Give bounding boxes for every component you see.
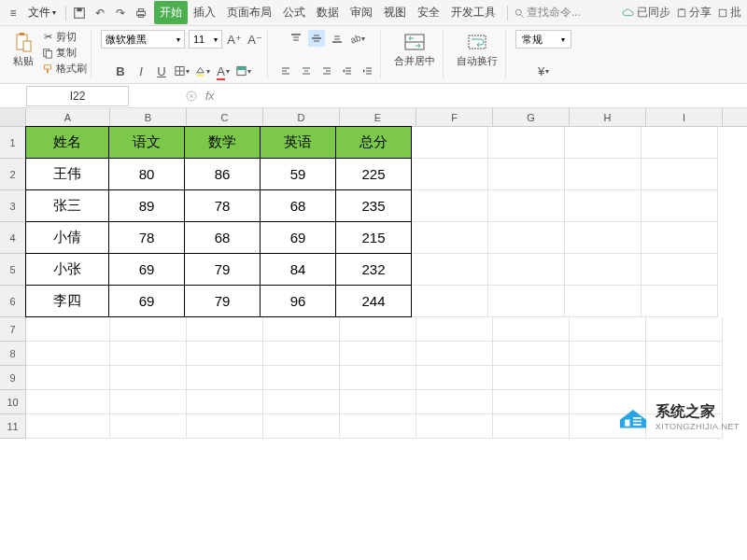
bold-button[interactable]: B bbox=[112, 63, 129, 79]
cell[interactable] bbox=[641, 254, 718, 286]
tab-review[interactable]: 审阅 bbox=[345, 1, 378, 24]
cell[interactable]: 89 bbox=[108, 189, 185, 222]
cell[interactable]: 86 bbox=[184, 158, 261, 190]
font-name-select[interactable]: 微软雅黑▾ bbox=[101, 30, 185, 49]
cell[interactable] bbox=[646, 342, 723, 366]
cell[interactable]: 王伟 bbox=[25, 158, 109, 190]
cell[interactable]: 69 bbox=[108, 253, 185, 286]
cell[interactable] bbox=[493, 317, 570, 342]
cell[interactable] bbox=[416, 317, 493, 342]
tab-home[interactable]: 开始 bbox=[154, 1, 188, 24]
cell[interactable] bbox=[641, 159, 718, 190]
align-right-button[interactable] bbox=[318, 63, 335, 79]
cell[interactable] bbox=[412, 127, 488, 159]
cell[interactable] bbox=[110, 390, 187, 414]
cell[interactable] bbox=[263, 342, 340, 366]
cell[interactable] bbox=[570, 366, 646, 390]
align-top-button[interactable] bbox=[288, 30, 304, 47]
wrap-text-button[interactable]: 自动换行 bbox=[453, 30, 501, 70]
row-header[interactable]: 8 bbox=[0, 342, 26, 366]
cell[interactable] bbox=[488, 286, 565, 317]
cell[interactable] bbox=[488, 127, 565, 159]
select-all-corner[interactable] bbox=[0, 108, 26, 126]
currency-button[interactable]: ¥ bbox=[535, 63, 552, 79]
sync-status[interactable]: 已同步 bbox=[622, 5, 670, 21]
cell[interactable] bbox=[340, 414, 416, 439]
cell[interactable] bbox=[187, 414, 263, 439]
cell[interactable] bbox=[187, 342, 263, 366]
number-format-select[interactable]: 常规 ▾ bbox=[515, 30, 571, 49]
tab-insert[interactable]: 插入 bbox=[188, 1, 221, 24]
column-header[interactable]: G bbox=[493, 108, 570, 126]
column-header[interactable]: I bbox=[646, 108, 723, 126]
share-button[interactable]: 分享 bbox=[676, 5, 712, 21]
tab-view[interactable]: 视图 bbox=[378, 1, 412, 24]
cell[interactable]: 79 bbox=[184, 253, 261, 286]
cell[interactable] bbox=[26, 366, 110, 390]
font-size-select[interactable]: 11▾ bbox=[189, 30, 222, 49]
tab-formulas[interactable]: 公式 bbox=[277, 1, 311, 24]
cancel-icon[interactable] bbox=[185, 90, 198, 103]
merge-center-button[interactable]: 合并居中 bbox=[390, 30, 439, 70]
cell[interactable]: 小倩 bbox=[25, 221, 109, 254]
cell[interactable]: 235 bbox=[335, 189, 412, 222]
cell[interactable] bbox=[26, 390, 110, 414]
cell[interactable] bbox=[416, 414, 493, 439]
cell[interactable] bbox=[187, 317, 263, 342]
more-button[interactable]: 批 bbox=[717, 5, 741, 21]
cell[interactable] bbox=[110, 414, 187, 439]
column-header[interactable]: B bbox=[110, 108, 187, 126]
app-menu-icon[interactable]: ≡ bbox=[6, 6, 21, 21]
cell[interactable]: 215 bbox=[335, 221, 412, 254]
cell[interactable]: 数学 bbox=[184, 126, 261, 159]
column-header[interactable]: E bbox=[340, 108, 416, 126]
cell[interactable]: 68 bbox=[260, 189, 336, 222]
cell[interactable]: 80 bbox=[108, 158, 185, 190]
command-search[interactable]: 查找命令... bbox=[514, 5, 581, 21]
cell[interactable] bbox=[641, 222, 718, 254]
copy-button[interactable]: 复制 bbox=[41, 46, 87, 60]
cell[interactable] bbox=[646, 317, 723, 342]
cell[interactable] bbox=[340, 342, 416, 366]
cell[interactable]: 语文 bbox=[108, 126, 185, 159]
print-icon[interactable] bbox=[134, 6, 148, 21]
cell[interactable] bbox=[26, 414, 110, 439]
row-header[interactable]: 9 bbox=[0, 366, 26, 390]
column-header[interactable]: H bbox=[570, 108, 646, 126]
cell[interactable] bbox=[26, 342, 110, 366]
cell[interactable] bbox=[416, 390, 493, 414]
cell[interactable] bbox=[565, 254, 641, 286]
row-header[interactable]: 4 bbox=[0, 222, 26, 254]
cell[interactable] bbox=[565, 127, 641, 159]
row-header[interactable]: 7 bbox=[0, 317, 26, 342]
cell[interactable] bbox=[412, 222, 488, 254]
row-header[interactable]: 6 bbox=[0, 286, 26, 317]
cell[interactable] bbox=[412, 159, 488, 190]
underline-button[interactable]: U bbox=[153, 63, 170, 79]
cut-button[interactable]: ✂ 剪切 bbox=[41, 30, 87, 44]
row-header[interactable]: 1 bbox=[0, 127, 26, 159]
row-header[interactable]: 3 bbox=[0, 190, 26, 222]
column-header[interactable]: F bbox=[416, 108, 493, 126]
cell[interactable] bbox=[412, 190, 488, 222]
grow-font-button[interactable]: A⁺ bbox=[226, 31, 243, 48]
name-box[interactable]: I22 bbox=[26, 86, 129, 106]
column-header[interactable]: C bbox=[187, 108, 263, 126]
cell[interactable] bbox=[488, 190, 565, 222]
format-painter-button[interactable]: 格式刷 bbox=[41, 62, 87, 76]
cell[interactable] bbox=[488, 159, 565, 190]
align-middle-button[interactable] bbox=[308, 30, 325, 47]
cell[interactable]: 78 bbox=[184, 189, 261, 222]
cell[interactable] bbox=[565, 190, 641, 222]
cell[interactable] bbox=[493, 342, 570, 366]
cell[interactable]: 232 bbox=[335, 253, 412, 286]
cell[interactable] bbox=[110, 366, 187, 390]
cell[interactable] bbox=[263, 390, 340, 414]
tab-data[interactable]: 数据 bbox=[311, 1, 345, 24]
cell[interactable] bbox=[488, 222, 565, 254]
cell[interactable]: 总分 bbox=[335, 126, 412, 159]
row-header[interactable]: 11 bbox=[0, 414, 26, 439]
cell-style-button[interactable] bbox=[235, 63, 252, 79]
cell[interactable] bbox=[493, 414, 570, 439]
cell[interactable] bbox=[641, 127, 718, 159]
